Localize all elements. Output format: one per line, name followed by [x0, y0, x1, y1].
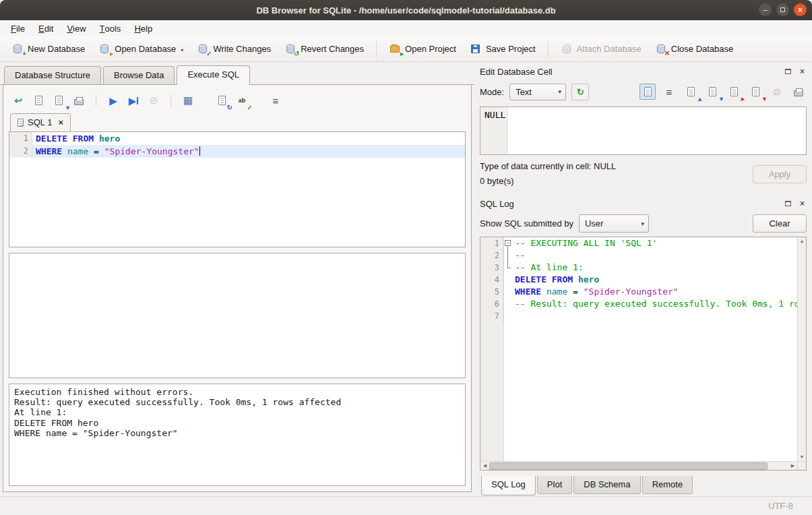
execute-all-icon[interactable]: ▶	[105, 92, 121, 109]
save-sql-file-icon[interactable]	[30, 92, 46, 109]
open-project-label: Open Project	[405, 44, 456, 54]
log-vertical-scrollbar[interactable]: ▲ ▼	[797, 237, 806, 461]
sql-log-title: SQL Log	[480, 199, 784, 209]
code-line-6: 6-- Result: query executed successfully.…	[480, 298, 797, 310]
sql-log-view: 1--- EXECUTING ALL IN 'SQL 1'2--3-- At l…	[480, 237, 807, 471]
auto-switch-mode-icon: ↻	[577, 87, 584, 97]
close-database-icon: ×	[655, 43, 667, 55]
main-toolbar: + New Database ▸ Open Database ▾ ✓ Write…	[0, 36, 812, 62]
print-sql-icon[interactable]	[71, 92, 87, 109]
tab-database-structure[interactable]: Database Structure	[4, 66, 101, 84]
cell-word-wrap-icon[interactable]: ≡	[661, 84, 677, 100]
tab-browse-data[interactable]: Browse Data	[103, 66, 175, 84]
edit-cell-header: Edit Database Cell ×	[480, 63, 807, 80]
code-line-7: 7	[480, 310, 797, 322]
sql-editor-toolbar: ↩ ▾ ▶ ▶ ⊘ ▦ ↻ ab✓ ≡	[9, 90, 466, 111]
open-project-icon: ▸	[389, 43, 401, 55]
new-database-label: New Database	[28, 44, 85, 54]
sql-file-icon	[18, 119, 24, 127]
save-sql-file-as-icon[interactable]: ▾	[51, 92, 67, 109]
close-database-button[interactable]: × Close Database	[649, 40, 740, 58]
menu-tools[interactable]: Tools	[93, 20, 128, 36]
scrollbar-thumb[interactable]	[489, 462, 768, 470]
tab-sql-1[interactable]: SQL 1 ×	[10, 113, 71, 132]
revert-changes-button[interactable]: ↺ Revert Changes	[278, 40, 370, 58]
save-project-label: Save Project	[486, 44, 536, 54]
maximize-icon	[780, 7, 785, 12]
chevron-down-icon: ▾	[641, 220, 644, 227]
log-filter-select[interactable]: User▾	[579, 214, 649, 233]
cell-value: NULL	[485, 110, 505, 120]
cell-print-icon[interactable]	[790, 84, 807, 100]
execute-current-line-icon[interactable]: ▶	[125, 92, 142, 109]
open-database-dropdown-icon[interactable]: ▾	[181, 47, 183, 55]
edit-cell-title: Edit Database Cell	[480, 67, 784, 77]
tab-execute-sql[interactable]: Execute SQL	[177, 65, 250, 85]
menubar: File Edit View Tools Help	[0, 20, 812, 36]
cell-size-info: 0 byte(s)	[480, 174, 616, 189]
save-project-button[interactable]: Save Project	[464, 40, 542, 58]
minimize-button[interactable]: –	[759, 3, 772, 16]
tab-db-schema[interactable]: DB Schema	[573, 476, 640, 494]
menu-file[interactable]: File	[4, 20, 32, 36]
close-panel-icon[interactable]: ×	[798, 200, 807, 208]
close-database-label: Close Database	[671, 44, 734, 54]
close-button[interactable]: ×	[794, 3, 807, 16]
results-grid[interactable]	[9, 253, 466, 378]
maximize-button[interactable]	[776, 3, 789, 16]
set-null-icon: ∅	[769, 84, 785, 100]
cell-type-info: Type of data currently in cell: NULL	[480, 159, 616, 174]
close-panel-icon[interactable]: ×	[798, 67, 807, 76]
attach-database-icon	[561, 43, 573, 55]
scroll-right-icon[interactable]: ▶	[788, 463, 797, 468]
float-panel-icon[interactable]	[784, 200, 792, 208]
auto-switch-mode-button[interactable]: ↻	[571, 84, 589, 100]
open-database-button[interactable]: ▸ Open Database ▾	[92, 40, 189, 58]
tab-plot[interactable]: Plot	[537, 476, 572, 494]
menu-edit[interactable]: Edit	[32, 20, 60, 36]
write-changes-button[interactable]: ✓ Write Changes	[191, 40, 277, 58]
bottom-tab-bar: SQL Log Plot DB Schema Remote	[480, 476, 807, 496]
execution-message: Execution finished without errors. Resul…	[9, 384, 466, 486]
mode-label: Mode:	[480, 87, 504, 97]
open-project-button[interactable]: ▸ Open Project	[383, 40, 462, 58]
save-cell-to-file-icon[interactable]: ▾	[704, 84, 720, 100]
scroll-left-icon[interactable]: ◀	[480, 463, 489, 468]
new-database-icon: +	[11, 43, 24, 55]
close-tab-icon[interactable]: ×	[58, 117, 63, 127]
app-window: DB Browser for SQLite - /home/user/code/…	[0, 0, 812, 515]
cell-editor[interactable]: NULL	[480, 107, 807, 155]
scroll-down-icon[interactable]: ▼	[798, 453, 806, 461]
log-horizontal-scrollbar[interactable]: ◀ ▶	[480, 461, 806, 470]
log-filter-row: Show SQL submitted by User▾ Clear	[480, 214, 807, 233]
auto-complete-icon[interactable]: ab✓	[234, 92, 250, 109]
log-filter-label: Show SQL submitted by	[480, 218, 573, 229]
open-file-in-cell-icon[interactable]: ▴	[683, 84, 699, 100]
titlebar[interactable]: DB Browser for SQLite - /home/user/code/…	[0, 0, 812, 20]
sql-tab-bar: SQL 1 ×	[10, 113, 466, 132]
word-wrap-icon[interactable]: ≡	[268, 92, 284, 109]
cell-mode-row: Mode: Text▾ ↻ ≡ ▴ ▾ ▸ ▾ ∅	[480, 82, 807, 101]
float-panel-icon[interactable]	[784, 67, 792, 76]
code-line-3: 3-- At line 1:	[480, 262, 797, 274]
import-cell-data-icon[interactable]: ▸	[726, 84, 742, 100]
tab-sql-log[interactable]: SQL Log	[481, 476, 536, 495]
open-database-label: Open Database	[115, 44, 176, 54]
export-results-icon[interactable]: ▦	[180, 92, 196, 109]
open-sql-file-icon[interactable]: ↩	[10, 92, 26, 109]
menu-view[interactable]: View	[60, 20, 92, 36]
code-line-1: 1--- EXECUTING ALL IN 'SQL 1'	[480, 237, 797, 249]
menu-help[interactable]: Help	[127, 20, 159, 36]
sql-log-text[interactable]: 1--- EXECUTING ALL IN 'SQL 1'2--3-- At l…	[480, 237, 797, 461]
tab-remote[interactable]: Remote	[642, 476, 693, 494]
cell-info-row: Type of data currently in cell: NULL 0 b…	[480, 159, 807, 189]
clear-log-button[interactable]: Clear	[753, 214, 807, 233]
save-results-icon[interactable]: ↻	[214, 92, 230, 109]
sql-editor[interactable]: 1DELETE FROM hero2WHERE name = "Spider-Y…	[9, 131, 466, 247]
new-database-button[interactable]: + New Database	[5, 40, 91, 58]
attach-database-label: Attach Database	[577, 44, 642, 54]
scroll-up-icon[interactable]: ▲	[798, 237, 806, 245]
mode-select[interactable]: Text▾	[509, 84, 566, 100]
export-cell-data-icon[interactable]: ▾	[747, 84, 763, 100]
text-mode-icon[interactable]	[639, 84, 656, 100]
